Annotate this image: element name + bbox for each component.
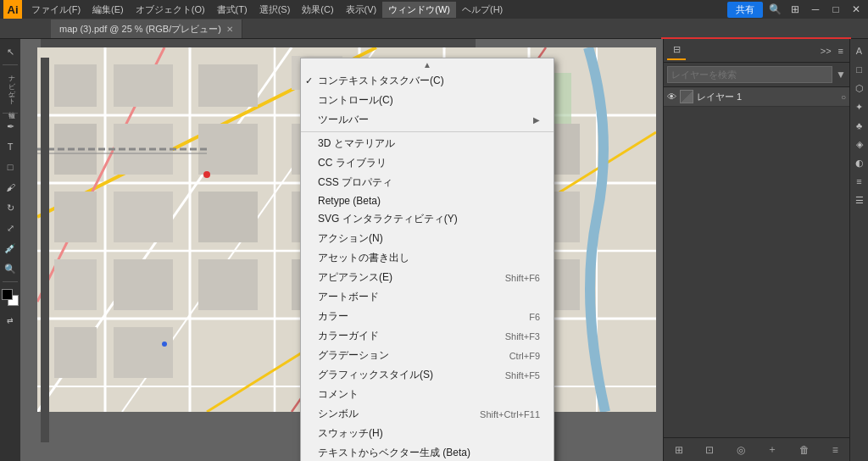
menu-view[interactable]: 表示(V) [340,2,383,18]
menu-item-appearance[interactable]: アピアランス(E) Shift+F6 [301,268,554,287]
graph-icon[interactable]: ≡ [851,173,868,190]
symbol-panel-icon[interactable]: ♣ [851,117,868,134]
horizontal-ruler [41,39,476,47]
align-icon[interactable]: ☰ [851,192,868,208]
panel-menu-icon[interactable]: ≡ [836,46,846,56]
discover-icon[interactable]: ⬡ [851,80,868,97]
select-tool[interactable]: ↖ [1,42,19,61]
scale-tool[interactable]: ⤢ [1,219,19,237]
swatch-panel-icon[interactable]: ◈ [851,136,868,153]
navigate-tool-label[interactable]: ナビゲート [4,69,17,103]
menu-item-actions[interactable]: アクション(N) [301,229,554,248]
document-tab[interactable]: map (3).pdf @ 25 % (RGB/プレビュー) ✕ [51,19,242,38]
layers-panel: ▼ 👁 レイヤー 1 ○ [664,63,849,437]
menu-item-artboard[interactable]: アートボード [301,287,554,307]
svg-rect-39 [114,259,173,310]
menu-item-context-taskbar[interactable]: コンテキストタスクバー(C) [301,71,554,91]
scroll-up-button[interactable]: ▲ [301,58,554,71]
layer-name-label: レイヤー 1 [697,91,837,103]
panel-header: ⊟ >> ≡ [664,39,849,63]
layer-options-icon[interactable]: ≡ [832,444,838,456]
maximize-icon[interactable]: □ [827,1,844,18]
layer-delete-icon[interactable]: 🗑 [799,444,810,456]
layer-visibility-icon[interactable]: 👁 [667,92,676,102]
canvas-area: ▲ コンテキストタスクバー(C) コントロール(C) ツールバー ▶ 3D とマ… [20,39,663,461]
menu-item-3d[interactable]: 3D とマテリアル [301,134,554,153]
svg-rect-38 [54,259,97,310]
color-swatches[interactable] [2,289,19,306]
menu-window[interactable]: ウィンドウ(W) [382,2,456,18]
layer-add-icon[interactable]: ＋ [767,442,777,457]
menu-item-text-to-vector[interactable]: テキストからベクター生成 (Beta) [301,443,554,461]
swap-colors-icon[interactable]: ⇄ [1,311,19,330]
foreground-color [2,289,13,300]
svg-point-53 [162,342,167,347]
tab-close-icon[interactable]: ✕ [226,25,233,34]
rotate-tool[interactable]: ↻ [1,198,19,217]
search-icon[interactable]: 🔍 [766,1,783,18]
menu-item-color[interactable]: カラー F6 [301,307,554,326]
menu-item-css-properties[interactable]: CSS プロパティ [301,173,554,192]
svg-rect-21 [54,64,97,107]
menu-item-svg-interactivity[interactable]: SVG インタラクティビティ(Y) [301,209,554,229]
top-menubar: Ai ファイル(F) 編集(E) オブジェクト(O) 書式(T) 選択(S) 効… [0,0,868,19]
menu-item-graphic-styles[interactable]: グラフィックスタイル(S) Shift+F5 [301,365,554,385]
layer-row-1[interactable]: 👁 レイヤー 1 ○ [664,87,849,107]
tab-label: map (3).pdf @ 25 % (RGB/プレビュー) [59,23,221,36]
menu-item-retype[interactable]: Retype (Beta) [301,192,554,209]
svg-rect-27 [198,124,258,175]
close-icon[interactable]: ✕ [848,1,865,18]
menu-item-comments[interactable]: コメント [301,385,554,404]
menu-object[interactable]: オブジェクト(O) [130,2,211,18]
arrange-icon[interactable]: ⊞ [787,1,804,18]
svg-rect-42 [54,327,97,378]
layer-clip-icon[interactable]: ⊡ [705,444,714,456]
layer-locate-icon[interactable]: ◎ [737,444,745,456]
menu-item-gradient[interactable]: グラデーション Ctrl+F9 [301,346,554,365]
layer-thumbnail [680,90,693,103]
properties-icon[interactable]: A [851,42,868,59]
window-menu-dropdown: ▲ コンテキストタスクバー(C) コントロール(C) ツールバー ▶ 3D とマ… [300,58,554,461]
menu-item-toolbar[interactable]: ツールバー ▶ [301,110,554,130]
info-tool-label[interactable]: 情報 [4,104,17,108]
menu-item-export-assets[interactable]: アセットの書き出し [301,248,554,268]
layers-search-input[interactable] [667,66,832,83]
libraries-icon[interactable]: □ [851,61,868,78]
layers-tab[interactable]: ⊟ [667,42,686,60]
share-button[interactable]: 共有 [727,2,763,18]
brush-tool[interactable]: 🖌 [1,178,19,197]
brush-panel-icon[interactable]: ✦ [851,98,868,115]
menu-divider [301,131,554,132]
layers-panel-footer: ⊞ ⊡ ◎ ＋ 🗑 ≡ [664,437,849,461]
menu-item-swatches[interactable]: スウォッチ(H) [301,424,554,443]
menu-item-symbols[interactable]: シンボル Shift+Ctrl+F11 [301,404,554,424]
pen-tool[interactable]: ✒ [1,117,19,136]
appearance-shortcut: Shift+F6 [488,273,540,283]
svg-point-50 [203,171,210,178]
color-panel-icon[interactable]: ◐ [851,154,868,171]
layers-filter-icon[interactable]: ▼ [836,69,846,81]
minimize-icon[interactable]: ─ [807,1,824,18]
menu-help[interactable]: ヘルプ(H) [456,2,509,18]
right-panel: ⊟ >> ≡ ▼ 👁 レイヤー 1 ○ ⊞ ⊡ ◎ ＋ 🗑 ≡ [663,39,849,461]
svg-rect-22 [114,64,173,107]
layer-lock-icon[interactable]: ○ [841,92,846,102]
svg-rect-43 [114,327,173,378]
graphic-styles-shortcut: Shift+F5 [488,370,540,380]
panel-expand-icon[interactable]: >> [818,46,834,56]
left-toolbar: ↖ ナビゲート 情報 ✒ T □ 🖌 ↻ ⤢ 💉 🔍 ⇄ [0,39,20,461]
menu-effect[interactable]: 効果(C) [296,2,339,18]
layer-make-sublayer-icon[interactable]: ⊞ [675,444,683,456]
menu-item-cc-library[interactable]: CC ライブラリ [301,153,554,173]
eyedropper-tool[interactable]: 💉 [1,239,19,258]
menu-file[interactable]: ファイル(F) [25,2,86,18]
menu-item-control[interactable]: コントロール(C) [301,91,554,110]
menu-type[interactable]: 書式(T) [211,2,253,18]
type-tool[interactable]: T [1,137,19,156]
zoom-tool[interactable]: 🔍 [1,259,19,278]
menu-select[interactable]: 選択(S) [253,2,297,18]
shape-tool[interactable]: □ [1,158,19,176]
layers-search-bar: ▼ [664,63,849,87]
menu-edit[interactable]: 編集(E) [86,2,130,18]
menu-item-color-guide[interactable]: カラーガイド Shift+F3 [301,326,554,346]
